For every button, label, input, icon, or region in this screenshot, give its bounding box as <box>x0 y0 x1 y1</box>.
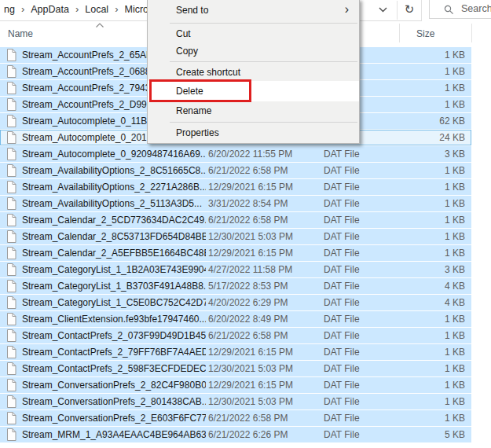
file-type: DAT File <box>324 215 394 226</box>
refresh-icon: ↻ <box>405 2 415 16</box>
file-row[interactable]: Stream_Calendar_2_5CD773634DAC2C49...6/2… <box>0 212 471 228</box>
search-box[interactable]: Search <box>429 0 491 19</box>
file-type: DAT File <box>324 182 394 193</box>
breadcrumb-chevron-icon: › <box>71 3 83 15</box>
file-size: 1 KB <box>445 330 465 341</box>
file-row[interactable]: Stream_ContactPrefs_2_79FF76BF7A4AED...1… <box>0 344 471 360</box>
file-row[interactable]: Stream_AvailabilityOptions_2_5113A3D5...… <box>0 196 471 211</box>
breadcrumb-item[interactable]: ng <box>2 4 16 15</box>
menu-separator <box>170 23 357 24</box>
file-date-modified: 4/27/2022 11:58 PM <box>208 264 320 275</box>
breadcrumb-item[interactable]: Local <box>83 4 110 15</box>
file-type: DAT File <box>324 330 394 341</box>
file-row[interactable]: Stream_CategoryList_1_C5E0BC752C42D7...4… <box>0 295 471 310</box>
file-row[interactable]: Stream_CategoryList_1_1B2A03E743E9904...… <box>0 262 471 277</box>
column-header-size[interactable]: Size <box>416 28 434 39</box>
menu-item-send-to[interactable]: Send to› <box>148 0 359 21</box>
file-date-modified: 6/21/2022 6:26 PM <box>208 429 320 440</box>
file-icon <box>6 131 16 144</box>
file-icon <box>6 98 16 111</box>
breadcrumb-chevron-icon: › <box>16 3 29 15</box>
file-name: Stream_AvailabilityOptions_2_8C51665C8..… <box>22 165 206 176</box>
file-row[interactable]: Stream_ClientExtension.fe93bfe17947460..… <box>0 311 471 327</box>
menu-item-create-shortcut[interactable]: Create shortcut <box>148 64 359 81</box>
file-row[interactable]: Stream_Calendar_2_8C53713FD654D84BB...12… <box>0 229 471 244</box>
file-size: 1 KB <box>445 248 465 259</box>
column-header-name[interactable]: Name <box>8 28 33 39</box>
file-name: Stream_AvailabilityOptions_2_5113A3D5... <box>22 198 206 209</box>
file-icon <box>6 395 16 408</box>
file-name: Stream_Autocomplete_0_9209487416A69... <box>22 149 206 160</box>
file-icon <box>6 346 16 358</box>
file-type: DAT File <box>324 363 394 374</box>
sort-ascending-icon <box>95 23 104 28</box>
file-row[interactable]: Stream_AvailabilityOptions_2_2271A286B..… <box>0 179 471 195</box>
file-row[interactable]: Stream_ConversationPrefs_2_801438CAB...1… <box>0 394 471 409</box>
file-explorer-window: ng›AppData›Local›Micro ↻ Search Name Siz… <box>0 0 491 448</box>
file-name: Stream_Calendar_2_8C53713FD654D84BB... <box>22 231 206 242</box>
file-icon <box>6 412 16 424</box>
file-icon <box>6 280 16 292</box>
refresh-button[interactable]: ↻ <box>398 0 421 20</box>
file-row[interactable]: Stream_AvailabilityOptions_2_8C51665C8..… <box>0 163 471 178</box>
file-name: Stream_ConversationPrefs_2_E603F6FC77... <box>22 413 206 424</box>
file-icon <box>6 263 16 276</box>
file-row[interactable]: Stream_Autocomplete_0_9209487416A69...6/… <box>0 146 471 162</box>
file-name: Stream_ClientExtension.fe93bfe17947460..… <box>22 314 206 325</box>
file-date-modified: 5/17/2022 8:53 PM <box>208 281 320 292</box>
menu-item-label: Send to <box>176 5 208 16</box>
file-icon <box>6 115 16 127</box>
file-date-modified: 12/29/2021 6:15 PM <box>208 380 320 391</box>
file-row[interactable]: Stream_ConversationPrefs_2_82C4F980B0...… <box>0 377 471 393</box>
file-size: 1 KB <box>445 231 465 242</box>
breadcrumb-item[interactable]: AppData <box>29 4 71 15</box>
menu-item-rename[interactable]: Rename <box>148 101 359 120</box>
file-date-modified: 6/21/2022 6:58 PM <box>208 165 320 176</box>
menu-item-copy[interactable]: Copy <box>148 42 359 60</box>
file-row[interactable]: Stream_CategoryList_1_B3703F491A48B8...5… <box>0 278 471 294</box>
breadcrumb-item[interactable]: Micro <box>123 4 150 15</box>
file-name: Stream_ConversationPrefs_2_801438CAB... <box>22 396 206 407</box>
file-icon <box>6 164 16 177</box>
menu-item-label: Create shortcut <box>176 67 240 78</box>
file-size: 1 KB <box>445 66 465 77</box>
file-icon <box>6 313 16 325</box>
breadcrumb: ng›AppData›Local›Micro <box>2 3 150 15</box>
file-name: Stream_MRM_1_A93A4EAAC4BE964AB63... <box>22 429 206 440</box>
address-dropdown-button[interactable] <box>369 0 397 20</box>
file-size: 1 KB <box>445 380 465 391</box>
file-name: Stream_ContactPrefs_2_073F99D49D1B45... <box>22 330 206 341</box>
file-row[interactable]: Stream_ContactPrefs_2_073F99D49D1B45...6… <box>0 328 471 343</box>
file-size: 1 KB <box>445 83 465 94</box>
file-size: 1 KB <box>445 198 465 209</box>
file-row[interactable]: Stream_ConversationPrefs_2_E603F6FC77...… <box>0 410 471 426</box>
file-row[interactable]: Stream_MRM_1_A93A4EAAC4BE964AB63...6/21/… <box>0 427 471 442</box>
menu-item-delete[interactable]: Delete <box>148 81 359 101</box>
file-type: DAT File <box>324 248 394 259</box>
menu-item-cut[interactable]: Cut <box>148 25 359 42</box>
file-name: Stream_CategoryList_1_C5E0BC752C42D7... <box>22 297 206 308</box>
menu-item-label: Properties <box>176 127 219 138</box>
search-placeholder: Search <box>461 3 491 14</box>
file-type: DAT File <box>324 413 394 424</box>
file-size: 24 KB <box>439 132 465 143</box>
file-icon <box>6 329 16 342</box>
file-name: Stream_ContactPrefs_2_598F3ECFDEDEC... <box>22 363 206 374</box>
menu-item-label: Rename <box>176 105 211 116</box>
file-row[interactable]: Stream_Calendar_2_A5EFBB5E1664BC48B...12… <box>0 245 471 261</box>
file-size: 1 KB <box>445 347 465 358</box>
file-name: Stream_Calendar_2_5CD773634DAC2C49... <box>22 215 206 226</box>
column-divider[interactable] <box>399 24 400 42</box>
column-divider[interactable] <box>471 24 472 42</box>
file-row[interactable]: Stream_ContactPrefs_2_598F3ECFDEDEC...12… <box>0 361 471 376</box>
breadcrumb-chevron-icon: › <box>110 3 123 15</box>
file-icon <box>6 49 16 61</box>
file-date-modified: 6/21/2022 6:58 PM <box>208 215 320 226</box>
menu-item-properties[interactable]: Properties <box>148 124 359 141</box>
file-type: DAT File <box>324 149 394 160</box>
file-date-modified: 12/29/2021 6:15 PM <box>208 248 320 259</box>
file-size: 1 KB <box>445 165 465 176</box>
file-icon <box>6 247 16 259</box>
menu-item-label: Cut <box>176 28 191 39</box>
file-date-modified: 12/30/2021 5:03 PM <box>208 231 320 242</box>
